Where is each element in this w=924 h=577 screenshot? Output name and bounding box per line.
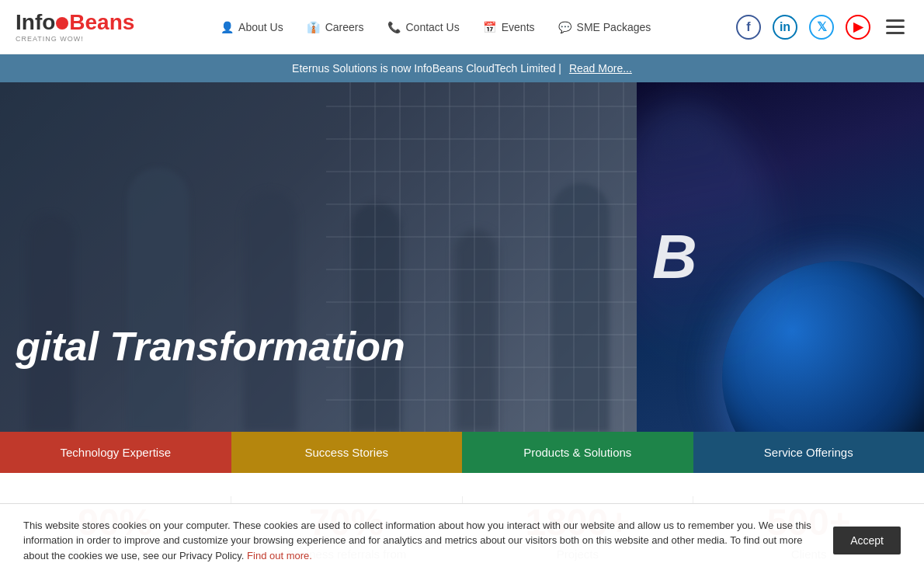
careers-icon: 👔 (307, 20, 321, 34)
logo-dot-icon (56, 17, 68, 30)
logo-tagline: CREATING WOW! (16, 35, 84, 43)
hero-left-panel: gital Transformation (0, 82, 637, 432)
sme-icon: 💬 (558, 20, 572, 34)
nav-events-label: Events (502, 21, 535, 33)
nav-about-label: About Us (238, 21, 283, 33)
category-tabs: Technology Expertise Success Stories Pro… (0, 432, 924, 473)
nav-careers-label: Careers (325, 21, 364, 33)
tab-technology[interactable]: Technology Expertise (0, 432, 231, 473)
hero-section: gital Transformation B (0, 82, 924, 432)
events-icon: 📅 (483, 20, 497, 34)
banner-text: Eternus Solutions is now InfoBeans Cloud… (292, 62, 561, 75)
nav-careers[interactable]: 👔 Careers (307, 20, 364, 34)
tab-products[interactable]: Products & Solutions (462, 432, 693, 473)
facebook-icon[interactable]: f (736, 15, 761, 40)
about-icon: 👤 (220, 20, 234, 34)
nav-sme-label: SME Packages (577, 21, 651, 33)
announcement-banner: Eternus Solutions is now InfoBeans Cloud… (0, 54, 924, 82)
nav-events[interactable]: 📅 Events (483, 20, 535, 34)
cookie-text: This website stores cookies on your comp… (23, 518, 818, 564)
hero-right-panel: B (637, 82, 924, 432)
logo[interactable]: InfoBeans CREATING WOW! (16, 12, 134, 43)
twitter-icon[interactable]: 𝕏 (809, 15, 834, 40)
nav-contact-label: Contact Us (405, 21, 459, 33)
hero-right-text: B (652, 221, 697, 293)
hero-left-text: gital Transformation (16, 323, 405, 370)
cookie-privacy-link[interactable]: Find out more. (247, 550, 312, 561)
nav-right: f in 𝕏 ▶ (736, 15, 908, 40)
hero-building-grid (326, 82, 637, 432)
tab-service[interactable]: Service Offerings (693, 432, 925, 473)
youtube-icon[interactable]: ▶ (846, 15, 870, 40)
contact-icon: 📞 (387, 20, 401, 34)
cookie-banner: This website stores cookies on your comp… (0, 503, 924, 577)
nav-sme[interactable]: 💬 SME Packages (558, 20, 651, 34)
nav-contact[interactable]: 📞 Contact Us (387, 20, 459, 34)
nav-about[interactable]: 👤 About Us (220, 20, 283, 34)
tab-success[interactable]: Success Stories (231, 432, 463, 473)
hamburger-menu[interactable] (882, 16, 908, 38)
header: InfoBeans CREATING WOW! 👤 About Us 👔 Car… (0, 0, 924, 54)
linkedin-icon[interactable]: in (773, 15, 797, 40)
logo-text: InfoBeans (16, 12, 134, 33)
banner-link[interactable]: Read More... (569, 62, 632, 75)
main-nav: 👤 About Us 👔 Careers 📞 Contact Us 📅 Even… (220, 20, 651, 34)
cookie-accept-button[interactable]: Accept (833, 527, 901, 554)
